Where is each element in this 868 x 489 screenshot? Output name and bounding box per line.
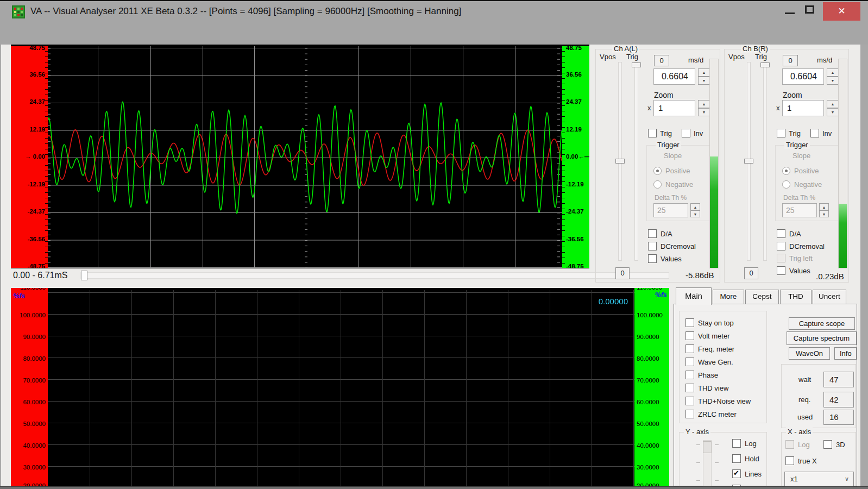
spectrum-unit-left: %fs <box>13 292 25 300</box>
scope-y-label-right: -36.56 <box>566 236 584 242</box>
main-checks-group <box>679 311 767 423</box>
channel-b-values-checkbox[interactable] <box>777 266 785 275</box>
scope-right-axis: 48.75 36.56 24.37 12.19 0.00←—— -12.19 -… <box>562 46 589 268</box>
channel-b-zoom-input[interactable]: 1 <box>782 100 824 116</box>
info-button[interactable]: Info <box>834 347 857 360</box>
thd-noise-view-checkbox[interactable] <box>685 397 694 405</box>
y-axis-slider-thumb[interactable] <box>703 441 712 453</box>
spectrum-y-label-left: 40.0000 <box>23 442 46 449</box>
app-icon <box>12 5 25 18</box>
y-log-label: Log <box>745 440 757 448</box>
spectrum-right-axis: %fs 110.0000 100.0000 90.0000 80.0000 70… <box>634 288 669 486</box>
channel-a-trig-slider[interactable] <box>634 62 638 261</box>
x-log-checkbox[interactable] <box>785 440 794 449</box>
y-axis-title: Y - axis <box>684 428 710 436</box>
channel-a-msd-spin-down[interactable]: ▼ <box>698 77 710 85</box>
channel-a-slope-negative-radio[interactable] <box>653 180 662 189</box>
x-truex-checkbox[interactable] <box>785 456 794 465</box>
channel-b-msd-spin-up[interactable]: ▲ <box>827 68 839 77</box>
thd-view-checkbox[interactable] <box>685 384 694 392</box>
channel-b-slope-label: Slope <box>792 152 810 160</box>
tab-thd[interactable]: THD <box>780 290 812 304</box>
tab-more[interactable]: More <box>713 290 744 304</box>
phase-checkbox[interactable] <box>685 371 694 379</box>
channel-b-delta-spin-up[interactable]: ▲ <box>819 203 829 210</box>
channel-a-trig-thumb[interactable] <box>632 62 641 67</box>
scope-y-label-left: -12.19 <box>27 181 45 187</box>
zrlc-meter-checkbox[interactable] <box>685 410 694 418</box>
maximize-button[interactable] <box>801 1 819 22</box>
channel-b-zoom-spin-down[interactable]: ▼ <box>827 108 839 116</box>
window-title: VA -- Visual Analyser 2011 XE Beta 0.3.2… <box>30 6 461 17</box>
channel-b-slope-positive-radio[interactable] <box>782 167 790 175</box>
spectrum-canvas[interactable] <box>48 290 634 486</box>
scope-scrollbar-thumb[interactable] <box>81 271 87 280</box>
channel-a-zoom-input[interactable]: 1 <box>653 100 695 116</box>
spinner-up-icon: ▲ <box>702 71 706 74</box>
channel-b-inv-checkbox[interactable] <box>810 129 819 137</box>
channel-b-vpos-label: Vpos <box>728 53 745 61</box>
channel-b-dcremoval-checkbox[interactable] <box>777 242 785 250</box>
channel-a-dcremoval-checkbox[interactable] <box>648 242 657 250</box>
channel-a-delta-spin-up[interactable]: ▲ <box>690 203 700 210</box>
wave-on-button[interactable]: WaveOn <box>789 347 830 360</box>
scope-time-range: 0.00 - 6.71mS <box>13 271 68 280</box>
scope-canvas[interactable] <box>48 46 562 268</box>
channel-b-level-meter <box>838 59 847 268</box>
capture-scope-button[interactable]: Capture scope <box>789 317 855 330</box>
channel-a-da-checkbox[interactable] <box>648 229 657 238</box>
channel-a-slope-positive-radio[interactable] <box>653 167 662 175</box>
channel-b-slope-negative-radio[interactable] <box>782 180 790 189</box>
spectrum-y-label-right: 20.0000 <box>637 482 659 486</box>
scope-y-label-left: -36.56 <box>27 236 45 242</box>
channel-b-delta-input[interactable]: 25 <box>782 203 817 217</box>
channel-b-zoom-spin-up[interactable]: ▲ <box>827 100 839 108</box>
app-window: VA -- Visual Analyser 2011 XE Beta 0.3.2… <box>0 0 868 489</box>
channel-b-da-checkbox[interactable] <box>777 229 785 238</box>
y-log-checkbox[interactable] <box>732 439 741 448</box>
x-scale-select[interactable]: x1 ∨ <box>784 472 854 487</box>
channel-a-msd-spin-up[interactable]: ▲ <box>698 68 710 77</box>
req-value: 42 <box>823 392 854 408</box>
minimize-button[interactable] <box>781 1 799 22</box>
scope-y-label-right: 24.37 <box>566 98 582 105</box>
channel-b-delta-label: Delta Th % <box>783 194 815 202</box>
tab-uncert[interactable]: Uncert <box>813 290 846 304</box>
scope-scrollbar[interactable] <box>80 272 669 279</box>
channel-b-trig-slider[interactable] <box>763 62 767 261</box>
channel-b-msd-input[interactable]: 0.6604 <box>782 68 824 85</box>
channel-a-delta-spin-down[interactable]: ▼ <box>690 210 700 217</box>
spectrum-y-label-left: 30.0000 <box>23 464 46 471</box>
channel-b-offset-display: 0 <box>783 55 798 66</box>
x-3d-checkbox[interactable] <box>823 440 832 449</box>
tab-cepst[interactable]: Cepst <box>745 290 779 304</box>
channel-a-zoom-spin-up[interactable]: ▲ <box>698 100 710 108</box>
channel-b-msd-spin-down[interactable]: ▼ <box>827 77 839 85</box>
y-lines-checkbox[interactable]: ✔ <box>732 469 741 478</box>
freq-meter-checkbox[interactable] <box>685 344 694 353</box>
capture-spectrum-button[interactable]: Capture spectrum <box>787 331 857 345</box>
tab-main[interactable]: Main <box>676 287 712 305</box>
channel-a-zoom-label: Zoom <box>654 91 674 99</box>
channel-a-vpos-thumb[interactable] <box>615 159 625 164</box>
channel-a-zoom-spin-down[interactable]: ▼ <box>698 108 710 116</box>
channel-b-delta-spin-down[interactable]: ▼ <box>819 210 829 217</box>
channel-b-trig-thumb[interactable] <box>760 62 770 67</box>
channel-a-trig-checkbox[interactable] <box>648 129 657 137</box>
y-hold-checkbox[interactable] <box>732 454 741 463</box>
scope-right-ticks <box>562 46 565 268</box>
title-bar: VA -- Visual Analyser 2011 XE Beta 0.3.2… <box>0 1 868 23</box>
channel-a-values-checkbox[interactable] <box>648 254 657 263</box>
channel-a-inv-checkbox[interactable] <box>682 129 690 137</box>
spectrum-y-label-left: 20.0000 <box>23 482 46 486</box>
channel-a-delta-input[interactable]: 25 <box>653 203 688 217</box>
channel-b-vpos-thumb[interactable] <box>744 159 753 164</box>
channel-b-trig-checkbox[interactable] <box>777 129 785 137</box>
wave-gen-checkbox[interactable] <box>685 358 694 366</box>
channel-a-title: Ch A(L) <box>612 45 639 53</box>
channel-b-trig-left-checkbox[interactable] <box>777 254 785 262</box>
stay-on-top-checkbox[interactable] <box>685 318 694 327</box>
channel-a-msd-input[interactable]: 0.6604 <box>653 68 695 85</box>
volt-meter-checkbox[interactable] <box>685 331 694 340</box>
close-button[interactable]: ✕ <box>823 2 860 21</box>
